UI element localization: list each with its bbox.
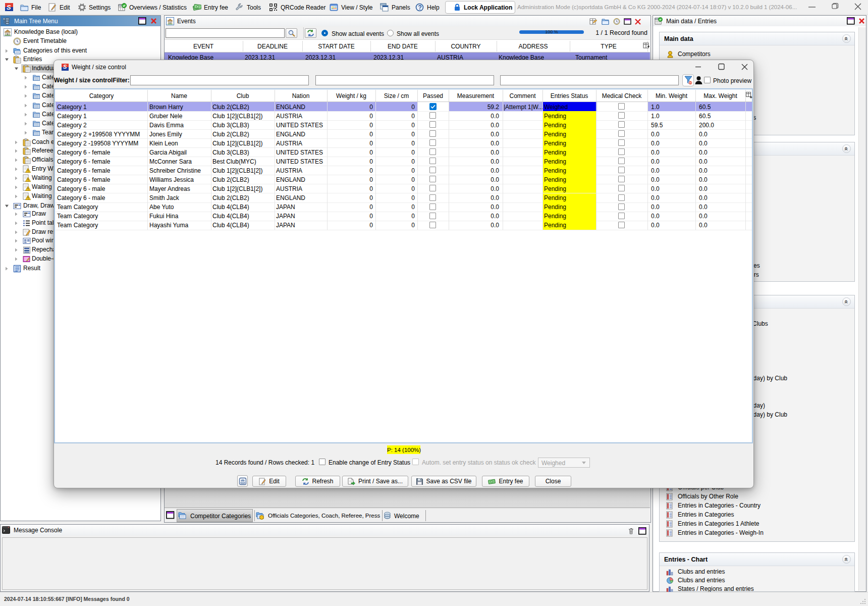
svg-text:?: ? [418, 4, 422, 11]
